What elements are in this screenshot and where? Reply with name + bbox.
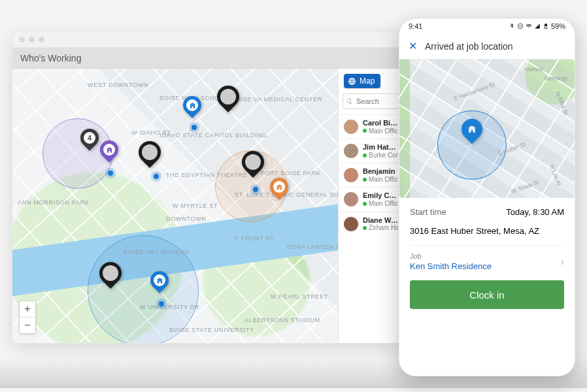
- avatar: [344, 168, 358, 182]
- employee-pin[interactable]: [212, 81, 244, 112]
- cluster-pin[interactable]: 4: [76, 125, 103, 151]
- zoom-control: + −: [19, 301, 36, 334]
- wifi-icon: [526, 23, 532, 29]
- start-time-row: Start time Today, 8:30 AM: [399, 198, 575, 226]
- river: [12, 197, 338, 299]
- building-icon: [467, 125, 477, 134]
- street-label: W Snow St: [511, 179, 540, 195]
- desktop-app-window: Who's Working + − WEST DOWNTOWNBoise Hig…: [12, 31, 404, 344]
- map-poi-label: DOWNTOWN: [166, 216, 207, 222]
- map-poi-label: Albertsons Stadium: [244, 317, 320, 323]
- employee-name: Benjamin: [363, 167, 398, 176]
- gps-dot: [253, 187, 258, 192]
- job-name: Ken Smith Residence: [410, 261, 492, 271]
- status-dot: [363, 129, 367, 133]
- map-poi-label: Idaho State Capitol Building: [159, 132, 267, 139]
- street-label: E Hackamore St: [453, 81, 495, 102]
- sidebar: Map Carol BishopMain OfficeJim HatfieldB…: [338, 69, 403, 343]
- clock-in-button[interactable]: Clock in: [410, 280, 564, 309]
- start-time-label: Start time: [410, 207, 446, 217]
- job-label: Job: [410, 252, 492, 260]
- status-time: 9:41: [409, 22, 422, 30]
- status-dot: [363, 154, 367, 157]
- employee-name: Emily Chang: [363, 191, 398, 200]
- map-poi-label: Fort Boise Park: [261, 170, 320, 176]
- site-pin[interactable]: [179, 92, 205, 118]
- site-pin[interactable]: [96, 137, 122, 163]
- employee-location: Burke Construction: [363, 152, 398, 159]
- street-label: N Alba St: [554, 91, 569, 116]
- gps-dot: [159, 301, 164, 306]
- mobile-header: ✕ Arrived at job location: [399, 33, 575, 59]
- mobile-map[interactable]: AlamosKensingtN Alba StE Hackamore StE H…: [399, 59, 575, 198]
- start-time-value: Today, 8:30 AM: [506, 207, 564, 217]
- employee-list-item[interactable]: BenjaminMain Office: [339, 163, 403, 187]
- employee-location: Main Office: [363, 176, 398, 184]
- window-dot: [39, 37, 44, 42]
- close-icon[interactable]: ✕: [409, 40, 417, 52]
- employee-location: Main Office: [363, 127, 398, 135]
- search-box: [343, 93, 399, 109]
- status-dot: [363, 226, 367, 230]
- mobile-device: 9:41 59% ✕ Arrived at job location Alamo…: [399, 18, 575, 376]
- employee-pin[interactable]: [134, 137, 165, 168]
- street-label: Kensingt: [545, 75, 567, 82]
- status-dot: [363, 178, 367, 182]
- svg-rect-1: [519, 26, 522, 27]
- status-bar: 9:41 59%: [399, 19, 575, 33]
- map-poi-label: Boise VA Medical Center: [231, 96, 322, 103]
- zoom-in-button[interactable]: +: [20, 301, 35, 317]
- map-poi-label: WEST DOWNTOWN: [88, 82, 149, 88]
- employee-name: Jim Hatfield: [363, 143, 398, 152]
- street-label: N Los Al: [548, 164, 563, 187]
- map-poi-label: W Idaho St: [131, 129, 171, 136]
- employee-location: Zirham Hardware: [363, 224, 398, 232]
- dnd-icon: [517, 23, 524, 29]
- gps-dot: [108, 171, 113, 176]
- map-poi-label: The Egyptian Theatre: [166, 172, 247, 178]
- search-icon: [346, 98, 353, 105]
- status-dot: [363, 202, 367, 206]
- battery-percent: 59%: [551, 22, 565, 30]
- street-label: Alamos: [524, 66, 543, 73]
- avatar: [344, 217, 358, 231]
- globe-icon: [348, 77, 356, 86]
- gps-dot: [192, 125, 197, 130]
- employee-location: Main Office: [363, 200, 398, 208]
- map-poi-label: W Pearl Street: [271, 293, 328, 300]
- battery-icon: [543, 23, 549, 29]
- employee-pin[interactable]: [237, 146, 269, 178]
- employee-list-item[interactable]: Diane WaltersZirham Hardware: [339, 212, 403, 236]
- avatar: [344, 192, 358, 206]
- signal-icon: [534, 23, 541, 29]
- map-canvas[interactable]: + − WEST DOWNTOWNBoise High SchoolBoise …: [12, 69, 338, 343]
- map-poi-label: Ann Morrison Park: [18, 199, 90, 206]
- address-text: 3016 East Huber Street, Mesa, AZ: [410, 226, 539, 236]
- avatar: [344, 120, 358, 134]
- map-poi-label: W University Dr: [140, 304, 199, 310]
- employee-name: Diane Walters: [363, 216, 398, 225]
- chevron-right-icon: ›: [561, 256, 564, 268]
- job-row[interactable]: Job Ken Smith Residence ›: [399, 246, 575, 280]
- map-poi-label: Boise State University: [169, 327, 254, 333]
- employee-list-item[interactable]: Jim HatfieldBurke Construction: [339, 139, 403, 163]
- page-title: Who's Working: [12, 48, 403, 69]
- mobile-title: Arrived at job location: [425, 41, 513, 52]
- map-toggle-button[interactable]: Map: [344, 74, 380, 88]
- avatar: [344, 144, 358, 158]
- bluetooth-icon: [509, 23, 515, 29]
- map-poi-label: W Myrtle St: [173, 203, 218, 209]
- site-pin[interactable]: [266, 174, 292, 200]
- window-dot: [19, 37, 25, 42]
- zoom-out-button[interactable]: −: [20, 317, 35, 333]
- gps-dot: [154, 174, 159, 179]
- employee-list-item[interactable]: Emily ChangMain Office: [339, 187, 403, 211]
- map-toggle-label: Map: [360, 76, 375, 86]
- window-chrome: [12, 32, 403, 48]
- window-dot: [29, 37, 35, 42]
- employee-name: Carol Bishop: [363, 119, 398, 127]
- employee-list-item[interactable]: Carol BishopMain Office: [339, 114, 403, 139]
